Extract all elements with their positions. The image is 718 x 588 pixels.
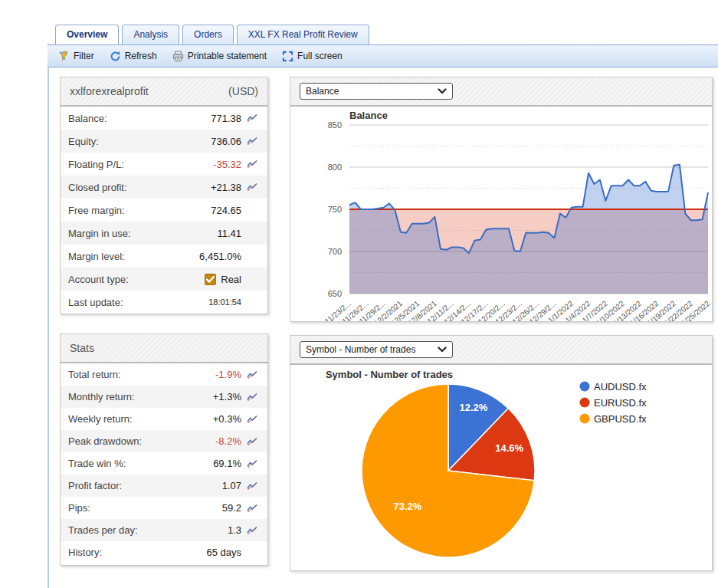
info-row-trade-win: Trade win %:69.1% bbox=[61, 452, 267, 475]
pie-chart: Symbol - Number of trades12.2%14.6%73.2%… bbox=[290, 365, 712, 572]
balance-chart-selector-value: Balance bbox=[306, 86, 339, 97]
row-label: Floating P/L: bbox=[68, 159, 124, 170]
info-row-margin-level: Margin level:6,451.0% bbox=[61, 245, 267, 268]
row-label: Trades per day: bbox=[68, 524, 138, 536]
legend-dot bbox=[580, 414, 590, 424]
row-label: Equity: bbox=[68, 136, 99, 147]
info-row-closed-profit: Closed profit:+21.38 bbox=[61, 176, 267, 199]
real-account-checkbox[interactable] bbox=[205, 274, 216, 285]
info-row-account-type: Account type:Real bbox=[61, 268, 267, 291]
info-row-total-return: Total return:-1.9% bbox=[61, 363, 267, 386]
row-value-group: 65 days bbox=[206, 547, 258, 558]
legend-item-eurusd-fx[interactable]: EURUSD.fx bbox=[594, 397, 647, 409]
pie-chart-panel: Symbol - Number of trades Symbol - Numbe… bbox=[290, 335, 713, 571]
pie-chart-header: Symbol - Number of trades bbox=[290, 336, 712, 365]
mini-chart-icon[interactable] bbox=[246, 182, 258, 192]
tab-xxl-fx-real-profit-review[interactable]: XXL FX Real Profit Review bbox=[237, 25, 369, 44]
mini-chart-icon[interactable] bbox=[246, 370, 258, 379]
chart-title: Symbol - Number of trades bbox=[326, 369, 453, 380]
filter-label: Filter bbox=[74, 51, 94, 61]
row-label: Closed profit: bbox=[68, 182, 127, 193]
y-tick-label: 800 bbox=[328, 163, 342, 172]
row-value: 18:01:54 bbox=[208, 297, 241, 307]
row-label: Weekly return: bbox=[68, 413, 133, 425]
icon-spacer bbox=[246, 547, 258, 557]
row-value-group: 1.3 bbox=[228, 524, 258, 536]
mini-chart-icon[interactable] bbox=[246, 136, 258, 146]
row-value: 736.06 bbox=[211, 136, 241, 147]
pie-slice-label: 12.2% bbox=[460, 402, 488, 413]
row-label: Account type: bbox=[68, 274, 129, 285]
filter-icon bbox=[58, 51, 70, 62]
mini-chart-icon[interactable] bbox=[246, 525, 258, 535]
icon-spacer bbox=[246, 251, 258, 261]
y-tick-label: 850 bbox=[328, 120, 342, 130]
info-row-peak-drawdown: Peak drawdown:-8.2% bbox=[61, 430, 267, 452]
printer-icon bbox=[172, 51, 184, 62]
printable-statement-button[interactable]: Printable statement bbox=[172, 51, 267, 62]
filter-button[interactable]: Filter bbox=[58, 51, 94, 62]
toolbar: Filter Refresh Printable statement bbox=[48, 44, 718, 67]
row-value-group: 1.07 bbox=[222, 480, 258, 491]
info-row-profit-factor: Profit factor:1.07 bbox=[61, 475, 267, 497]
row-value: 65 days bbox=[206, 547, 241, 558]
row-value-group: 6,451.0% bbox=[199, 251, 258, 262]
mini-chart-icon[interactable] bbox=[246, 414, 258, 424]
legend-item-audusd-fx[interactable]: AUDUSD.fx bbox=[594, 381, 647, 393]
stats-panel-header: Stats bbox=[61, 334, 267, 363]
account-info-panel: xxlforexrealprofit (USD) Balance:771.38E… bbox=[60, 77, 268, 314]
row-label: Monthly return: bbox=[68, 391, 135, 402]
row-value-group: +0.3% bbox=[213, 413, 258, 425]
info-row-last-update: Last update:18:01:54 bbox=[61, 291, 267, 314]
row-value-group: 771.38 bbox=[211, 113, 258, 124]
pie-slice-label: 14.6% bbox=[495, 442, 523, 454]
icon-spacer bbox=[246, 228, 258, 238]
tab-analysis[interactable]: Analysis bbox=[122, 25, 179, 44]
content-left-border bbox=[48, 44, 49, 588]
refresh-label: Refresh bbox=[125, 51, 157, 61]
y-tick-label: 750 bbox=[328, 205, 342, 214]
fullscreen-label: Full screen bbox=[297, 51, 343, 61]
chevron-down-icon bbox=[438, 344, 447, 355]
refresh-icon bbox=[110, 51, 121, 62]
balance-chart-selector[interactable]: Balance bbox=[300, 83, 453, 100]
balance-chart: 65070075080085011/23/2...11/26/2...11/29… bbox=[290, 107, 712, 321]
mini-chart-icon[interactable] bbox=[246, 503, 258, 513]
mini-chart-icon[interactable] bbox=[246, 113, 258, 123]
pie-slice-label: 73.2% bbox=[393, 501, 421, 512]
info-row-margin-in-use: Margin in use:11.41 bbox=[61, 222, 267, 245]
stats-title: Stats bbox=[70, 342, 94, 354]
info-row-balance: Balance:771.38 bbox=[61, 107, 267, 130]
row-label: Pips: bbox=[68, 502, 90, 514]
legend-dot bbox=[580, 382, 590, 392]
row-value-group: +21.38 bbox=[211, 182, 258, 193]
row-label: Margin in use: bbox=[68, 228, 131, 239]
y-tick-label: 700 bbox=[328, 247, 342, 256]
row-value-group: -8.2% bbox=[215, 435, 258, 447]
row-label: Free margin: bbox=[68, 205, 125, 216]
tab-bar: OverviewAnalysisOrdersXXL FX Real Profit… bbox=[55, 25, 369, 44]
mini-chart-icon[interactable] bbox=[246, 436, 258, 446]
row-value-group: 18:01:54 bbox=[208, 297, 258, 307]
mini-chart-icon[interactable] bbox=[246, 159, 258, 169]
row-value: +21.38 bbox=[211, 182, 241, 193]
fullscreen-button[interactable]: Full screen bbox=[282, 51, 343, 62]
row-value: 1.07 bbox=[222, 480, 241, 491]
row-value-group: 724.65 bbox=[211, 205, 258, 216]
tab-orders[interactable]: Orders bbox=[182, 25, 234, 44]
account-name: xxlforexrealprofit bbox=[70, 85, 149, 97]
row-value: +0.3% bbox=[213, 413, 241, 425]
legend-item-gbpusd-fx[interactable]: GBPUSD.fx bbox=[594, 413, 647, 425]
pie-chart-selector[interactable]: Symbol - Number of trades bbox=[300, 341, 453, 358]
refresh-button[interactable]: Refresh bbox=[110, 51, 157, 62]
mini-chart-icon[interactable] bbox=[246, 458, 258, 468]
pie-chart-selector-value: Symbol - Number of trades bbox=[306, 344, 415, 355]
mini-chart-icon[interactable] bbox=[246, 392, 258, 402]
tab-overview[interactable]: Overview bbox=[55, 25, 119, 44]
icon-spacer bbox=[246, 274, 258, 284]
account-rows: Balance:771.38Equity:736.06Floating P/L:… bbox=[61, 107, 267, 314]
info-row-equity: Equity:736.06 bbox=[61, 130, 267, 153]
mini-chart-icon[interactable] bbox=[246, 481, 258, 491]
row-label: Trade win %: bbox=[68, 458, 126, 469]
row-value-group: 11.41 bbox=[217, 228, 258, 239]
